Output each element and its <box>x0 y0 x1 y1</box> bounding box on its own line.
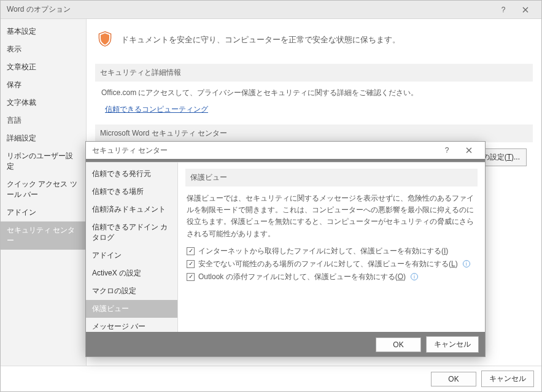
main-cancel-button[interactable]: キャンセル <box>481 371 534 387</box>
shield-row: ドキュメントを安全に守り、コンピューターを正常で安全な状態に保ちます。 <box>95 26 533 58</box>
checkbox-label: 安全でない可能性のある場所のファイルに対して、保護ビューを有効にする(L) <box>198 259 458 269</box>
inner-help-button[interactable]: ? <box>436 142 458 159</box>
inner-sidebar: 信頼できる発行元信頼できる場所信頼済みドキュメント信頼できるアドイン カタログア… <box>86 163 178 332</box>
sidebar-item[interactable]: 信頼済みドキュメント <box>86 201 177 218</box>
main-footer: OK キャンセル <box>1 366 541 391</box>
sidebar-item[interactable]: リボンのユーザー設定 <box>1 147 86 175</box>
sidebar-item[interactable]: 信頼できるアドイン カタログ <box>86 218 177 247</box>
inner-close-button[interactable] <box>458 142 480 159</box>
checkbox[interactable]: ✓ <box>187 247 195 255</box>
sidebar-item[interactable]: 信頼できる場所 <box>86 183 177 201</box>
protected-view-check-row: ✓インターネットから取得したファイルに対して、保護ビューを有効にする(I) <box>187 246 476 256</box>
checkbox[interactable]: ✓ <box>187 260 195 268</box>
protected-view-desc: 保護ビューでは、セキュリティに関するメッセージを表示せずに、危険性のあるファイル… <box>187 193 476 240</box>
trust-center-dialog: セキュリティ センター ? 信頼できる発行元信頼できる場所信頼済みドキュメント信… <box>86 142 485 356</box>
sidebar-item[interactable]: マクロの設定 <box>86 282 177 300</box>
sidebar-item[interactable]: アドイン <box>86 247 177 264</box>
security-info-text: Office.com にアクセスして、プライバシー保護とセキュリティに関する詳細… <box>101 88 527 98</box>
shield-icon <box>96 30 114 49</box>
sidebar-item[interactable]: 信頼できる発行元 <box>86 165 177 183</box>
info-icon[interactable]: i <box>463 260 470 267</box>
close-icon <box>466 147 472 153</box>
sidebar-item[interactable]: アドイン <box>1 204 86 221</box>
close-icon <box>522 7 528 13</box>
shield-text: ドキュメントを安全に守り、コンピューターを正常で安全な状態に保ちます。 <box>121 34 400 45</box>
sidebar-item[interactable]: 文章校正 <box>1 58 86 76</box>
inner-cancel-button[interactable]: キャンセル <box>426 336 479 353</box>
checkbox-label: インターネットから取得したファイルに対して、保護ビューを有効にする(I) <box>198 246 448 256</box>
sidebar-item[interactable]: クイック アクセス ツール バー <box>1 175 86 204</box>
inner-ok-button[interactable]: OK <box>376 337 421 352</box>
info-icon[interactable]: i <box>411 273 418 280</box>
main-titlebar: Word のオプション ? <box>1 1 541 19</box>
inner-titlebar: セキュリティ センター ? <box>86 142 485 159</box>
protected-view-check-row: ✓安全でない可能性のある場所のファイルに対して、保護ビューを有効にする(L)i <box>187 259 476 269</box>
sidebar-item[interactable]: メッセージ バー <box>86 318 177 332</box>
protected-view-check-row: ✓Outlook の添付ファイルに対して、保護ビューを有効にする(O)i <box>187 272 476 282</box>
main-title: Word のオプション <box>7 4 492 15</box>
section-security-info-body: Office.com にアクセスして、プライバシー保護とセキュリティに関する詳細… <box>95 82 533 118</box>
sidebar-item[interactable]: セキュリティ センター <box>1 221 86 250</box>
trusted-computing-link[interactable]: 信頼できるコンピューティング <box>105 104 208 115</box>
inner-body: 信頼できる発行元信頼できる場所信頼済みドキュメント信頼できるアドイン カタログア… <box>86 162 485 332</box>
inner-footer: OK キャンセル <box>86 332 485 356</box>
help-button[interactable]: ? <box>492 1 514 18</box>
checkbox[interactable]: ✓ <box>187 273 195 281</box>
sidebar-item[interactable]: ActiveX の設定 <box>86 264 177 282</box>
checkbox-label: Outlook の添付ファイルに対して、保護ビューを有効にする(O) <box>198 272 406 282</box>
main-ok-button[interactable]: OK <box>431 372 476 386</box>
sidebar-item[interactable]: 表示 <box>1 40 86 58</box>
sidebar-item[interactable]: 文字体裁 <box>1 94 86 112</box>
sidebar-item[interactable]: 保護ビュー <box>86 300 177 318</box>
sidebar-item[interactable]: 詳細設定 <box>1 129 86 147</box>
protected-view-head: 保護ビュー <box>185 169 478 186</box>
close-button[interactable] <box>514 1 536 18</box>
section-security-info-head: セキュリティと詳細情報 <box>95 64 533 82</box>
sidebar-item[interactable]: 保存 <box>1 76 86 94</box>
sidebar-item[interactable]: 基本設定 <box>1 23 86 40</box>
section-trust-center-head: Microsoft Word セキュリティ センター <box>95 125 533 142</box>
sidebar-item[interactable]: 言語 <box>1 112 86 129</box>
inner-main-pane: 保護ビュー 保護ビューでは、セキュリティに関するメッセージを表示せずに、危険性の… <box>178 163 485 332</box>
inner-title: セキュリティ センター <box>92 145 436 156</box>
main-sidebar: 基本設定表示文章校正保存文字体裁言語詳細設定リボンのユーザー設定クイック アクセ… <box>1 19 87 366</box>
